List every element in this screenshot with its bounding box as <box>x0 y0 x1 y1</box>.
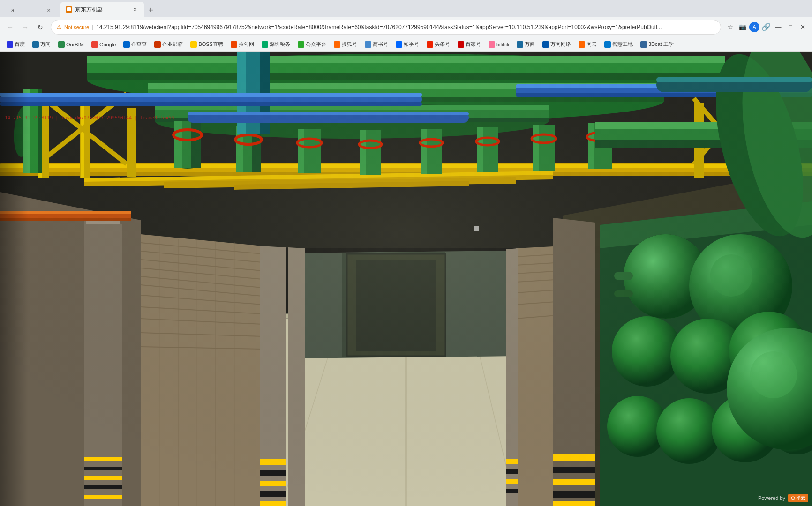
svg-line-40 <box>516 315 563 319</box>
svg-rect-117 <box>421 129 442 174</box>
svg-rect-126 <box>588 123 612 169</box>
close-button[interactable]: ✕ <box>797 22 808 33</box>
bookmark-mail[interactable]: 企业邮箱 <box>151 40 186 49</box>
bookmark-bai[interactable]: 百家号 <box>455 40 484 49</box>
svg-marker-73 <box>234 181 469 190</box>
svg-point-129 <box>235 135 262 144</box>
tab-close-1[interactable]: ✕ <box>45 7 53 14</box>
svg-point-174 <box>750 351 797 398</box>
bookmark-sou[interactable]: 搜狐号 <box>331 40 360 49</box>
3d-render-viewport[interactable]: 14.215.91.29:8119 | taskId=7076207712995… <box>0 52 812 506</box>
svg-rect-178 <box>656 77 812 82</box>
svg-rect-65 <box>553 491 595 498</box>
svg-line-19 <box>141 260 263 271</box>
bookmark-3dcat[interactable]: 3Dcat-工学 <box>638 40 677 49</box>
svg-rect-74 <box>38 94 49 178</box>
scene-svg: 14.215.91.29:8119 | taskId=7076207712995… <box>0 52 812 506</box>
svg-point-94 <box>148 80 664 122</box>
svg-point-156 <box>642 252 675 284</box>
svg-point-122 <box>533 163 555 171</box>
svg-rect-140 <box>0 93 422 106</box>
svg-marker-71 <box>84 171 553 182</box>
powered-by-logo: ⬡ 平云 <box>788 494 808 502</box>
forward-button[interactable]: → <box>19 21 32 34</box>
tab-active-2[interactable]: 京东方机器 ✕ <box>60 2 144 17</box>
bookmark-corp[interactable]: 企查查 <box>120 40 150 49</box>
bookmark-favicon-jian <box>365 41 371 48</box>
bookmark-wangwang[interactable]: 万网网络 <box>540 40 574 49</box>
svg-line-18 <box>141 251 263 262</box>
svg-line-22 <box>141 285 263 296</box>
svg-point-167 <box>769 398 812 454</box>
svg-point-157 <box>659 274 682 298</box>
svg-rect-77 <box>81 103 84 178</box>
maximize-button[interactable]: □ <box>785 22 796 33</box>
svg-rect-57 <box>506 459 518 464</box>
bookmark-wan[interactable]: 万间 <box>30 40 53 49</box>
svg-rect-138 <box>237 52 246 134</box>
bookmark-favicon-wan <box>32 41 39 48</box>
bookmark-yun[interactable]: 网云 <box>576 40 600 49</box>
svg-rect-89 <box>38 89 42 173</box>
bookmark-la[interactable]: 拉勾网 <box>228 40 257 49</box>
browser-window: at ✕ 京东方机器 ✕ + ← → ↻ ⚠ Not secure | 14.2… <box>0 0 812 506</box>
profile-button[interactable]: A <box>749 22 759 32</box>
svg-rect-120 <box>477 127 498 172</box>
svg-rect-118 <box>421 129 427 174</box>
extensions-button[interactable]: 🔗 <box>760 22 772 33</box>
svg-rect-114 <box>360 130 381 175</box>
svg-rect-168 <box>614 272 633 280</box>
svg-rect-142 <box>0 102 422 106</box>
screenshot-button[interactable]: 📷 <box>737 22 748 33</box>
bookmark-ourbim[interactable]: OurBIM <box>55 40 87 49</box>
bookmark-bili[interactable]: bilibili <box>486 40 512 49</box>
svg-point-173 <box>727 328 812 450</box>
bookmark-tou[interactable]: 头条号 <box>424 40 453 49</box>
toolbar-right: ☆ 📷 A 🔗 — □ ✕ <box>725 22 808 33</box>
svg-rect-171 <box>595 122 812 129</box>
bookmark-jian[interactable]: 简书号 <box>362 40 391 49</box>
svg-point-125 <box>588 161 612 169</box>
svg-marker-13 <box>342 252 445 357</box>
svg-line-23 <box>141 295 263 305</box>
svg-rect-68 <box>0 164 812 168</box>
bookmark-wan2[interactable]: 万间 <box>514 40 538 49</box>
bookmark-zhihui[interactable]: 智慧工地 <box>601 40 636 49</box>
svg-rect-42 <box>86 220 120 224</box>
svg-rect-169 <box>614 290 633 297</box>
new-tab-button[interactable]: + <box>144 4 158 17</box>
svg-point-106 <box>236 164 261 172</box>
svg-rect-108 <box>236 126 243 172</box>
svg-point-154 <box>624 234 708 319</box>
minimize-button[interactable]: — <box>773 22 784 33</box>
bookmark-boss[interactable]: BOSS直聘 <box>188 40 226 49</box>
svg-rect-147 <box>188 112 469 115</box>
tab-close-2[interactable]: ✕ <box>131 6 139 13</box>
svg-point-136 <box>237 52 270 108</box>
tab-inactive-1[interactable]: at ✕ <box>4 4 60 17</box>
svg-marker-11 <box>563 169 812 506</box>
svg-rect-50 <box>260 459 286 465</box>
bookmark-baidu[interactable]: 百度 <box>4 40 28 49</box>
svg-rect-150 <box>0 218 131 221</box>
reload-button[interactable]: ↻ <box>34 21 47 34</box>
bookmark-gzh[interactable]: 公众平台 <box>295 40 329 49</box>
bookmark-favicon-corp <box>123 41 130 48</box>
svg-point-116 <box>421 166 442 174</box>
svg-line-17 <box>141 243 263 254</box>
bookmark-google[interactable]: Google <box>89 40 119 49</box>
svg-rect-60 <box>506 489 518 493</box>
svg-rect-59 <box>506 479 518 484</box>
svg-marker-55 <box>288 247 305 506</box>
bookmark-zhi[interactable]: 知乎号 <box>393 40 422 49</box>
svg-rect-92 <box>87 56 725 63</box>
svg-rect-103 <box>174 121 201 168</box>
svg-rect-149 <box>0 211 131 214</box>
svg-line-34 <box>516 254 563 257</box>
bookmark-sz[interactable]: 深圳税务 <box>259 40 293 49</box>
address-bar[interactable]: ⚠ Not secure | 14.215.91.29:8119/webclie… <box>51 20 721 35</box>
bookmark-star-button[interactable]: ☆ <box>725 22 736 33</box>
svg-point-113 <box>360 167 381 175</box>
back-button[interactable]: ← <box>4 21 17 34</box>
svg-rect-109 <box>252 126 261 172</box>
